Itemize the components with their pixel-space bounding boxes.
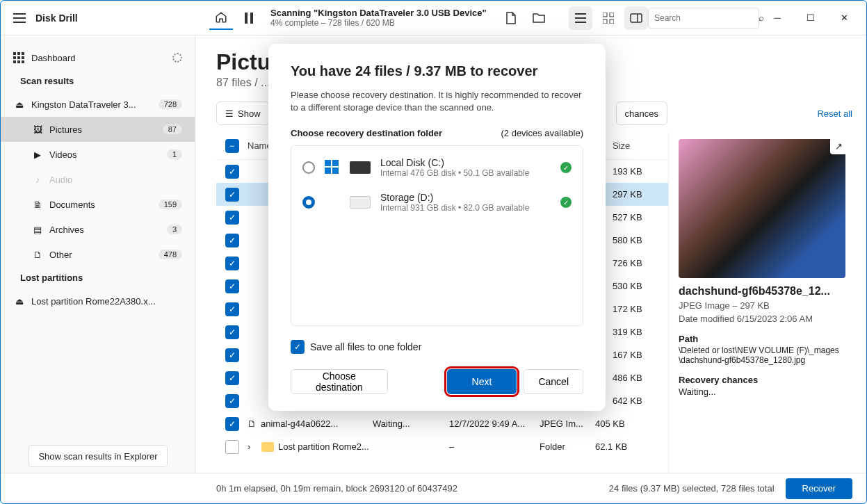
dest-sub: Internal 476 GB disk • 50.1 GB available (380, 168, 551, 178)
modal-choose-label: Choose recovery destination folder (291, 128, 442, 138)
destination-option[interactable]: Storage (D:) Internal 931 GB disk • 82.0… (291, 185, 583, 220)
app-name: Disk Drill (35, 13, 78, 24)
svg-rect-4 (575, 22, 586, 23)
cancel-button[interactable]: Cancel (524, 369, 583, 394)
svg-rect-6 (610, 13, 614, 17)
dest-name: Storage (D:) (380, 192, 551, 203)
pause-button[interactable] (237, 6, 261, 30)
recovery-modal: You have 24 files / 9.37 MB to recover P… (268, 44, 606, 411)
scan-progress: 4% complete – 728 files / 620 MB (270, 18, 487, 28)
disk-icon (350, 196, 371, 209)
svg-rect-13 (325, 168, 331, 174)
titlebar: Disk Drill Scanning "Kingston DataTravel… (1, 1, 866, 35)
modal-title: You have 24 files / 9.37 MB to recover (291, 63, 583, 79)
svg-rect-7 (603, 19, 607, 24)
svg-rect-8 (610, 19, 614, 24)
radio-button[interactable] (302, 161, 315, 174)
modal-devices-count: (2 devices available) (501, 128, 583, 138)
modal-description: Please choose recovery destination. It i… (291, 89, 583, 114)
dest-name: Local Disk (C:) (380, 157, 551, 168)
panel-view-button[interactable] (624, 6, 648, 30)
svg-rect-14 (332, 168, 339, 174)
search-box[interactable]: ⌕ (648, 8, 759, 29)
close-button[interactable]: ✕ (829, 7, 859, 29)
check-icon: ✓ (560, 197, 572, 208)
menu-icon[interactable] (13, 13, 26, 23)
svg-rect-1 (250, 13, 253, 24)
disk-icon (350, 161, 371, 174)
grid-view-button[interactable] (597, 6, 620, 30)
svg-rect-5 (603, 13, 607, 17)
svg-rect-11 (325, 160, 331, 166)
list-view-button[interactable] (569, 6, 592, 30)
destination-option[interactable]: Local Disk (C:) Internal 476 GB disk • 5… (291, 150, 583, 185)
svg-rect-2 (575, 13, 586, 15)
minimize-button[interactable]: ─ (762, 7, 793, 29)
scan-title: Scanning "Kingston DataTraveler 3.0 USB … (270, 8, 487, 18)
radio-button[interactable] (302, 196, 315, 209)
check-icon: ✓ (560, 162, 572, 173)
folder-icon[interactable] (527, 6, 551, 30)
svg-rect-9 (631, 14, 642, 22)
save-all-checkbox[interactable]: Save all files to one folder (291, 340, 583, 354)
destination-list: Local Disk (C:) Internal 476 GB disk • 5… (291, 145, 583, 326)
choose-destination-button[interactable]: Choose destination (291, 369, 388, 394)
checkbox[interactable] (291, 340, 305, 354)
svg-rect-12 (332, 160, 339, 166)
dest-sub: Internal 931 GB disk • 82.0 GB available (380, 203, 551, 213)
home-button[interactable] (209, 6, 233, 30)
svg-rect-0 (245, 13, 248, 24)
windows-icon (325, 160, 340, 175)
maximize-button[interactable]: ☐ (795, 7, 826, 29)
file-icon[interactable] (499, 6, 523, 30)
next-button[interactable]: Next (447, 369, 517, 394)
search-input[interactable] (654, 13, 759, 23)
svg-rect-3 (575, 17, 586, 19)
